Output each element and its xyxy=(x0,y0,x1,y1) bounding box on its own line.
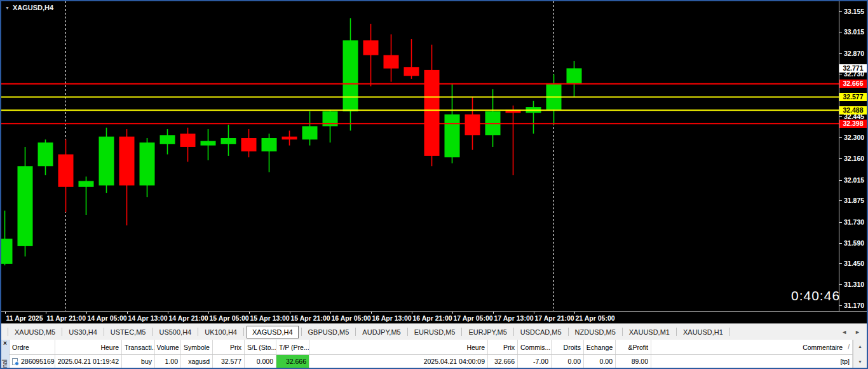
scroll-down-icon[interactable]: ▼ xyxy=(853,357,867,366)
chart-tab-ustec-m5[interactable]: USTEC,M5 xyxy=(105,326,151,338)
candle-body xyxy=(38,143,53,166)
time-tick-label: 11 Apr 2025 xyxy=(6,314,43,322)
time-tick-label: 16 Apr 21:00 xyxy=(413,314,452,322)
order-type-icon xyxy=(12,358,18,365)
chart-tab-audjpy-m5[interactable]: AUDJPY,M5 xyxy=(357,326,405,338)
chart-tab-gbpusd-m5[interactable]: GBPUSD,M5 xyxy=(303,326,355,338)
order-cell-6[interactable]: 0.000 xyxy=(245,355,276,368)
chart-tab-us500-h4[interactable]: US500,H4 xyxy=(154,326,196,338)
order-cell-3[interactable]: 1.00 xyxy=(155,355,181,368)
column-header-echange[interactable]: Echange xyxy=(584,340,616,354)
column-header-prix[interactable]: Prix xyxy=(213,340,245,354)
time-tick-label: 14 Apr 13:00 xyxy=(128,314,168,322)
chevron-down-icon: ▼ xyxy=(5,6,10,10)
close-icon[interactable]: × xyxy=(3,340,7,347)
tab-separator xyxy=(568,328,569,336)
order-cell-11[interactable]: 0.00 xyxy=(552,355,584,368)
candle-body xyxy=(465,115,480,136)
chart-area[interactable]: ▼ XAGUSD,H4 0:40:46 33.15533.01532.87032… xyxy=(1,1,867,323)
time-tick-mark xyxy=(168,312,168,314)
column-header-prix[interactable]: Prix xyxy=(488,340,518,354)
order-cell-4[interactable]: xagusd xyxy=(181,355,213,368)
column-header-commentaire[interactable]: Commentaire/ xyxy=(651,340,853,354)
chart-tab-xauusd-m5[interactable]: XAUUSD,M5 xyxy=(10,326,60,338)
table-scrollbar[interactable]: ▲ ▼ xyxy=(853,340,867,368)
chart-tab-usdcad-m5[interactable]: USDCAD,M5 xyxy=(515,326,567,338)
chart-tab-nzdusd-m5[interactable]: NZDUSD,M5 xyxy=(570,326,621,338)
price-tick-mark xyxy=(839,74,842,74)
chart-tab-xauusd-h1[interactable]: XAUUSD,H1 xyxy=(678,326,728,338)
time-tick-mark xyxy=(208,312,209,314)
column-header-heure[interactable]: Heure xyxy=(55,340,122,354)
chart-tab-bar: XAUUSD,M5US30,H4USTEC,M5US500,H4UK100,H4… xyxy=(1,323,867,340)
column-header-volume[interactable]: Volume xyxy=(155,340,181,354)
price-tick-label: 32.160 xyxy=(844,155,864,162)
time-tick-mark xyxy=(493,312,494,314)
price-tick-label: 32.870 xyxy=(844,50,864,57)
candle-body xyxy=(384,55,399,69)
tab-separator xyxy=(152,328,153,336)
chart-tab-us30-h4[interactable]: US30,H4 xyxy=(64,326,102,338)
order-cell-14[interactable]: [tp] xyxy=(651,355,853,368)
candlestick-plot[interactable] xyxy=(1,1,839,311)
chart-tab-uk100-h4[interactable]: UK100,H4 xyxy=(200,326,242,338)
candle-body xyxy=(18,166,33,246)
time-tick-label: 16 Apr 05:00 xyxy=(332,314,371,322)
chart-tab-eurusd-m5[interactable]: EURUSD,M5 xyxy=(409,326,461,338)
candle-body xyxy=(119,137,135,186)
column-header-s-l-sto-[interactable]: S/L (Sto... xyxy=(245,340,276,354)
candle-body xyxy=(404,67,419,76)
order-cell-0[interactable]: 286095169 xyxy=(10,355,55,368)
tabs-scroll-left-icon[interactable]: ◄ xyxy=(841,329,847,335)
time-tick-mark xyxy=(290,312,290,314)
time-tick-mark xyxy=(127,312,128,314)
chart-tabs: XAUUSD,M5US30,H4USTEC,M5US500,H4UK100,H4… xyxy=(6,324,731,340)
order-cell-5[interactable]: 32.577 xyxy=(213,355,245,368)
tabs-scroll-right-icon[interactable]: ► xyxy=(855,329,860,335)
price-tick-label: 31.875 xyxy=(844,197,864,204)
order-cell-13[interactable]: 89.00 xyxy=(616,355,651,368)
column-header-ordre[interactable]: Ordre xyxy=(10,340,55,354)
scroll-up-icon[interactable]: ▲ xyxy=(853,342,867,351)
candle-body xyxy=(567,68,582,83)
order-cell-8[interactable]: 2025.04.21 04:00:09 xyxy=(309,355,488,368)
time-tick-label: 14 Apr 21:00 xyxy=(169,314,208,322)
time-tick-mark xyxy=(452,312,453,314)
order-cell-10[interactable]: -7.00 xyxy=(518,355,552,368)
order-row[interactable]: 2860951692025.04.21 01:19:42buy1.00xagus… xyxy=(10,355,853,368)
tab-separator xyxy=(676,328,677,336)
column-header-symbole[interactable]: Symbole xyxy=(181,340,213,354)
order-cell-2[interactable]: buy xyxy=(122,355,155,368)
column-header--profit[interactable]: &Profit xyxy=(616,340,651,354)
time-tick-mark xyxy=(86,312,87,314)
column-header-commis-[interactable]: Commis... xyxy=(518,340,552,354)
order-cell-1[interactable]: 2025.04.21 01:19:42 xyxy=(55,355,122,368)
price-badge: 32.398 xyxy=(839,120,867,128)
tab-separator xyxy=(407,328,408,336)
time-axis[interactable]: 11 Apr 202511 Apr 21:0014 Apr 05:0014 Ap… xyxy=(1,311,867,323)
tab-scroll-arrows: ◄ ► xyxy=(841,324,860,340)
column-header-transacti-[interactable]: Transacti... xyxy=(122,340,155,354)
order-cell-7[interactable]: 32.666 xyxy=(276,355,309,368)
price-tick-label: 32.300 xyxy=(844,134,864,141)
sort-indicator: / xyxy=(848,344,850,351)
candle-body xyxy=(282,137,297,140)
order-cell-9[interactable]: 32.666 xyxy=(488,355,518,368)
column-header-droits[interactable]: Droits xyxy=(552,340,584,354)
column-header-heure[interactable]: Heure xyxy=(309,340,488,354)
price-badge: 32.666 xyxy=(839,80,867,88)
price-axis[interactable]: 33.15533.01532.87032.73032.44532.30032.1… xyxy=(839,1,867,323)
time-tick-mark xyxy=(330,312,331,314)
time-tick-mark xyxy=(5,312,6,314)
chart-tab-xauusd-m1[interactable]: XAUUSD,M1 xyxy=(624,326,675,338)
time-tick-label: 21 Apr 05:00 xyxy=(576,314,615,322)
candle-body xyxy=(79,181,94,186)
chart-tab-eurjpy-m5[interactable]: EURJPY,M5 xyxy=(463,326,512,338)
order-cell-12[interactable]: 0.00 xyxy=(584,355,616,368)
candle-body xyxy=(201,141,216,146)
chart-symbol-label[interactable]: ▼ XAGUSD,H4 xyxy=(5,4,53,11)
terminal-vertical-tab[interactable]: × nal xyxy=(1,340,10,368)
column-header-t-p-pre-[interactable]: T/P (Pre... xyxy=(276,340,309,354)
chart-tab-xagusd-h4[interactable]: XAGUSD,H4 xyxy=(247,326,299,338)
time-tick-label: 15 Apr 13:00 xyxy=(250,314,290,322)
